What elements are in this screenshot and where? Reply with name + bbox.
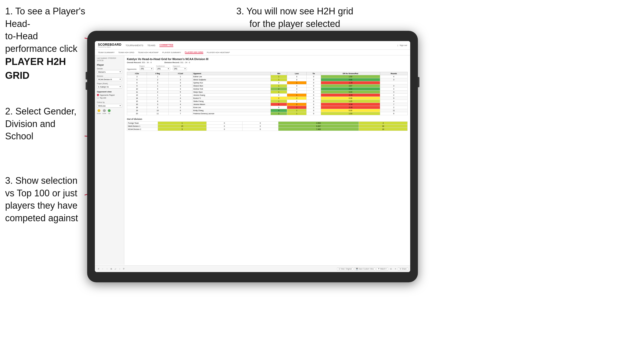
toolbar-save-custom[interactable]: 💾 Save Custom View	[354, 267, 375, 271]
th-opponent: Opponent	[192, 72, 270, 75]
division-label: Division	[97, 75, 122, 77]
nav-tournaments[interactable]: TOURNAMENTS	[126, 44, 143, 47]
colour-by-section: Colour by Win/Loss ▾ Down	[97, 101, 122, 114]
conference-filter: Conference (All)▾	[156, 65, 170, 70]
division-select[interactable]: NCAA Division III ▾	[97, 78, 122, 81]
sub-nav: TEAM SUMMARY TEAM H2H GRID TEAM H2H HEAT…	[95, 50, 410, 55]
th-tie: Tie	[307, 72, 321, 75]
radio-opponents-played[interactable]: Opponents Played	[97, 94, 122, 96]
table-row: 14 7 4 Eunice Yi 2 2 0 0.38 9	[127, 97, 408, 100]
power-button	[418, 77, 419, 87]
subnav-team-h2h-heatmap[interactable]: TEAM H2H HEATMAP	[138, 51, 159, 54]
opponent-view-section: Opponent view Opponents Played Top 100	[97, 91, 122, 99]
toolbar-share[interactable]: ≪ Share	[398, 267, 408, 271]
volume-up-button	[86, 72, 87, 80]
th-diff: Diff Av Strokes/Rnd	[321, 72, 380, 75]
th-reg: # Reg	[147, 72, 169, 75]
opponent-view-label: Opponent view	[97, 91, 122, 93]
conference-select[interactable]: (All)▾	[156, 67, 170, 70]
table-row: 20 11 7 Federica Domecq Lacroze 2 1 0 1.…	[127, 112, 408, 115]
colour-by-select[interactable]: Win/Loss ▾	[97, 104, 122, 108]
tablet-frame: SCOREBOARD Powered by clippd TOURNAMENTS…	[87, 31, 418, 282]
subnav-player-h2h-grid[interactable]: PLAYER H2H GRID	[185, 51, 203, 54]
out-of-division-table: Foreign Team 1 0 0 4.500 2 NAIA Division…	[127, 121, 408, 131]
legend-up: Up	[108, 109, 111, 114]
table-row: 11 2 5 Heejo Hyun 1 0 0 3.33 3	[127, 91, 408, 94]
table-row: 6 3 3 Sydney Kuo 0 1 0 -1.00	[127, 81, 408, 84]
region-filter: Region (All)▾	[139, 65, 154, 70]
legend-down: Down	[97, 109, 101, 114]
th-loss: Loss	[287, 72, 307, 75]
opponent-filter: Opponent (All)▾	[173, 65, 187, 70]
player-rank-label: Player (Rank)	[97, 83, 122, 84]
radio-opponents-dot	[97, 94, 99, 96]
last-updated: Last Updated: 27/03/2024 16:55:38	[97, 57, 122, 62]
toolbar-undo[interactable]: ↺	[97, 268, 100, 270]
toolbar-menu[interactable]: ≡	[394, 268, 397, 270]
subnav-player-summary[interactable]: PLAYER SUMMARY	[162, 51, 181, 54]
th-win: Win	[270, 72, 287, 75]
gender-label: Gender	[97, 68, 122, 70]
toolbar-action1[interactable]: ↙·	[114, 268, 117, 270]
colour-by-label: Colour by	[97, 101, 122, 103]
table-row: 19 10 6 Emily Chang 4 1 0 0.30 11	[127, 109, 408, 112]
th-conf: # Conf	[168, 72, 192, 75]
region-select[interactable]: (All)▾	[139, 67, 154, 70]
ood-table-row: NAIA Division 1 15 0 0 9.267 30	[127, 125, 408, 128]
toolbar-circle[interactable]: ○	[118, 268, 121, 270]
ood-table-row: Foreign Team 1 0 0 4.500 2	[127, 122, 408, 125]
subnav-team-summary[interactable]: TEAM SUMMARY	[98, 51, 115, 54]
division-record: Division Record: 331 - 34 - 6	[164, 61, 190, 64]
main-nav: TOURNAMENTS TEAMS COMMITTEE	[126, 44, 394, 47]
toolbar-forward[interactable]: →	[105, 268, 109, 270]
th-div: # Div	[127, 72, 147, 75]
legend-down-dot	[97, 109, 100, 112]
instruction-step1: 1. To see a Player's Head- to-Head perfo…	[5, 5, 90, 82]
toolbar-grid[interactable]: ⊞	[110, 268, 113, 270]
subnav-team-h2h-grid[interactable]: TEAM H2H GRID	[118, 51, 134, 54]
gender-select[interactable]: Women's ▾	[97, 70, 122, 74]
table-row: 13 1 1 Jessica Huang 0 1 0 -3.00 2	[127, 94, 408, 97]
ood-table-row: NCAA Division 2 5 0 0 7.400 10	[127, 128, 408, 131]
out-of-division-title: Out of division	[127, 118, 408, 120]
instruction-step2: 2. Select Gender, Division and School	[5, 105, 82, 143]
filters-row: Opponents: Region (All)▾ Conference (All…	[127, 65, 408, 70]
table-row: 9 1 4 Sharon Mun 1 0 0 3.67 3	[127, 84, 408, 88]
toolbar-back[interactable]: ←	[101, 268, 104, 270]
opponent-select[interactable]: (All)▾	[173, 67, 187, 70]
nav-committee[interactable]: COMMITTEE	[159, 44, 173, 47]
tablet-screen: SCOREBOARD Powered by clippd TOURNAMENTS…	[95, 41, 410, 272]
toolbar-view-original[interactable]: ⊡ View: Original	[337, 267, 353, 271]
out-of-division: Out of division Foreign Team 1 0 0 4.500…	[127, 118, 408, 131]
sign-out-link[interactable]: Sign out	[400, 44, 407, 46]
h2h-table: # Div # Reg # Conf Opponent Win Loss Tie…	[127, 72, 408, 115]
radio-top100[interactable]: Top 100	[97, 97, 122, 99]
table-row: 5 2 2 Alexis Sudjianto 1 0 0 4.00 3	[127, 78, 408, 81]
table-row: 15 8 5 Stella Cheng 1 0 0 1.25 4	[127, 100, 408, 103]
nav-teams[interactable]: TEAMS	[147, 44, 155, 47]
toolbar-watch[interactable]: 👁 Watch ▾	[376, 267, 388, 271]
logo-title: SCOREBOARD	[98, 43, 122, 46]
legend-up-dot	[108, 109, 111, 112]
bottom-toolbar: ↺ ← → ⊞ ↙· ○ ⏱ ⊡ View: Original 💾 Save C…	[95, 265, 410, 272]
content-area: Last Updated: 27/03/2024 16:55:38 Player…	[95, 55, 410, 265]
left-panel: Last Updated: 27/03/2024 16:55:38 Player…	[95, 55, 124, 265]
th-rounds: Rounds	[380, 72, 408, 75]
toolbar-layout[interactable]: ⊡	[389, 268, 393, 270]
volume-down-button	[86, 82, 87, 90]
player-section-title: Player	[97, 64, 122, 66]
instruction-step3a: 3. Show selection vs Top 100 or just pla…	[5, 175, 85, 224]
app-header: SCOREBOARD Powered by clippd TOURNAMENTS…	[95, 41, 410, 50]
legend-level: Level	[102, 109, 106, 114]
logo-subtitle: Powered by clippd	[98, 46, 122, 48]
toolbar-clock[interactable]: ⏱	[122, 268, 125, 270]
records-row: Overall Record: 353 - 34 - 6 Division Re…	[127, 61, 408, 64]
table-row: 10 6 3 Andrea York 2 0 0 4.00 4	[127, 88, 408, 91]
subnav-player-h2h-heatmap[interactable]: PLAYER H2H HEATMAP	[207, 51, 230, 54]
player-rank-select[interactable]: 8. Katelyn Vo ▾	[97, 85, 122, 89]
table-row: 3 1 1 Esther Lee 1 0 0 1.50 4	[127, 75, 408, 78]
separator: |	[398, 44, 398, 46]
main-area: Katelyn Vo Head-to-Head Grid for Women's…	[124, 55, 410, 265]
opponents-filter-group: Opponents:	[127, 68, 137, 70]
grid-title: Katelyn Vo Head-to-Head Grid for Women's…	[127, 57, 408, 61]
